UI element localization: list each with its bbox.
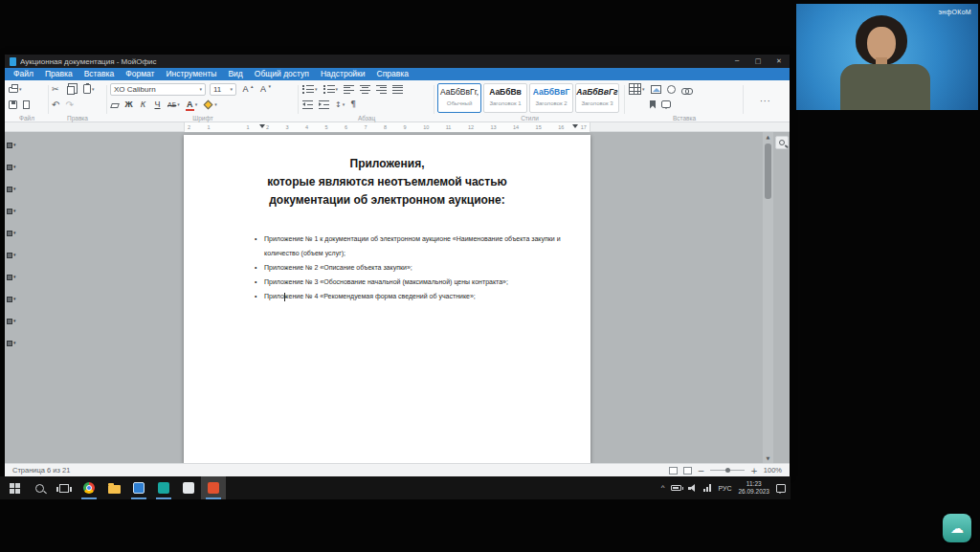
insert-image-button[interactable] <box>650 83 662 96</box>
close-button[interactable]: ✕ <box>770 55 788 68</box>
doc-bullet-list: Приложение № 1 к документации об электро… <box>254 232 564 303</box>
start-button[interactable] <box>2 476 27 499</box>
export-button[interactable] <box>22 99 31 111</box>
redo-button[interactable]: ↷ <box>64 99 74 111</box>
insert-shape-button[interactable] <box>666 83 677 96</box>
scroll-up-button[interactable]: ▲ <box>763 132 773 142</box>
font-size-decrease-button[interactable]: А▾ <box>258 83 273 96</box>
ruler-indent-marker[interactable] <box>259 124 265 128</box>
align-justify-button[interactable] <box>391 83 404 96</box>
side-tool-button[interactable]: ▾ <box>7 332 19 354</box>
show-formatting-marks-button[interactable]: ¶ <box>349 99 357 111</box>
side-tool-button[interactable]: ▾ <box>7 200 19 222</box>
cloud-app-button[interactable]: ☁ <box>943 514 971 542</box>
font-color-button[interactable]: А▾ <box>185 99 199 111</box>
side-tool-button[interactable]: ▾ <box>7 222 19 244</box>
style-heading-3[interactable]: АаБбВвГгЗаголовок 3 <box>575 83 619 113</box>
scroll-down-button[interactable]: ▼ <box>763 453 773 463</box>
vertical-scrollbar[interactable]: ▲ ▼ <box>763 132 773 463</box>
taskbar-app-blue-button[interactable] <box>126 476 151 499</box>
font-size-increase-button[interactable]: А▴ <box>240 83 255 96</box>
language-indicator[interactable]: РУС <box>718 485 731 492</box>
side-tool-button[interactable]: ▾ <box>7 310 19 332</box>
taskbar-app-teal-button[interactable] <box>151 476 176 499</box>
zoom-out-button[interactable]: − <box>698 466 705 475</box>
zoom-slider-thumb[interactable] <box>725 468 730 473</box>
outdent-button[interactable] <box>301 99 314 111</box>
line-spacing-button[interactable]: ↕▾ <box>334 99 345 111</box>
fit-width-button[interactable] <box>683 467 692 475</box>
tray-expand-button[interactable]: ^ <box>661 484 665 492</box>
indent-button[interactable] <box>318 99 330 111</box>
menu-item-format[interactable]: Формат <box>120 68 160 80</box>
side-tool-button[interactable]: ▾ <box>7 266 19 288</box>
numbered-list-button[interactable]: ▾ <box>323 83 340 96</box>
ruler-indent-marker[interactable] <box>572 124 578 128</box>
zoom-in-button[interactable]: + <box>750 466 758 475</box>
style-heading-1[interactable]: АаБбВвЗаголовок 1 <box>483 83 527 113</box>
notification-center-button[interactable] <box>776 484 786 493</box>
font-family-select[interactable]: XO Caliburn▾ <box>110 83 206 96</box>
taskbar-search-button[interactable] <box>27 476 52 499</box>
task-view-button[interactable] <box>52 476 77 499</box>
zoom-slider[interactable] <box>710 470 745 471</box>
taskbar-app-red-button[interactable] <box>201 476 226 499</box>
document-search-button[interactable] <box>775 136 789 149</box>
font-size-select[interactable]: 11▾ <box>210 83 236 96</box>
copy-button[interactable]: ▾ <box>64 83 79 96</box>
tool-icon <box>7 143 12 148</box>
menu-item-insert[interactable]: Вставка <box>78 68 121 80</box>
insert-comment-button[interactable] <box>660 99 672 111</box>
italic-button[interactable]: К <box>138 99 148 111</box>
menu-item-tools[interactable]: Инструменты <box>160 68 222 80</box>
side-tool-button[interactable]: ▾ <box>7 134 19 156</box>
bullet-list-button[interactable]: ▾ <box>301 83 319 96</box>
more-tools-button[interactable]: ··· <box>759 95 772 107</box>
insert-link-button[interactable] <box>680 83 692 96</box>
side-tool-button[interactable]: ▾ <box>7 178 19 200</box>
volume-icon[interactable] <box>688 484 697 493</box>
strikethrough-button[interactable]: АБ▾ <box>167 99 181 111</box>
document-page[interactable]: Приложения, которые являются неотъемлемо… <box>184 135 590 463</box>
style-heading-2[interactable]: АаБбВвГЗаголовок 2 <box>529 83 573 113</box>
taskbar-chrome-button[interactable] <box>77 476 101 499</box>
underline-button[interactable]: Ч <box>152 99 163 111</box>
maximize-button[interactable]: □ <box>749 55 767 68</box>
paste-button[interactable]: ▾ <box>82 83 96 96</box>
menu-item-help[interactable]: Справка <box>371 68 414 80</box>
bold-button[interactable]: Ж <box>123 99 134 111</box>
taskbar-app-light-button[interactable] <box>176 476 201 499</box>
insert-bookmark-button[interactable] <box>649 99 657 111</box>
style-normal[interactable]: АаБбВвГг,Обычный <box>437 83 481 113</box>
menu-item-share[interactable]: Общий доступ <box>249 68 315 80</box>
align-center-button[interactable] <box>359 83 371 96</box>
font-size-value: 11 <box>213 85 221 94</box>
clear-format-button[interactable] <box>110 99 120 111</box>
menu-item-file[interactable]: Файл <box>8 68 39 80</box>
tool-icon <box>7 253 12 258</box>
network-icon[interactable] <box>703 484 711 492</box>
battery-icon[interactable] <box>671 485 681 491</box>
print-button[interactable]: ▾ <box>8 83 23 96</box>
fit-page-button[interactable] <box>669 467 678 475</box>
menu-item-view[interactable]: Вид <box>222 68 248 80</box>
cut-button[interactable]: ✂ <box>51 83 60 96</box>
chevron-down-icon: ▾ <box>13 209 16 213</box>
menu-item-addons[interactable]: Надстройки <box>315 68 371 80</box>
minimize-button[interactable]: ─ <box>728 55 746 68</box>
save-button[interactable] <box>8 99 18 111</box>
clock[interactable]: 11:23 26.09.2023 <box>738 480 769 496</box>
side-tool-button[interactable]: ▾ <box>7 288 19 310</box>
save-icon <box>9 100 17 109</box>
align-right-button[interactable] <box>375 83 388 96</box>
scrollbar-thumb[interactable] <box>765 144 771 199</box>
undo-button[interactable]: ↶ <box>51 99 60 111</box>
windows-taskbar: ^ РУС 11:23 26.09.2023 <box>0 476 791 499</box>
menu-item-edit[interactable]: Правка <box>39 68 78 80</box>
side-tool-button[interactable]: ▾ <box>7 156 19 178</box>
highlight-color-button[interactable]: ▾ <box>202 99 218 111</box>
align-left-button[interactable] <box>343 83 355 96</box>
side-tool-button[interactable]: ▾ <box>7 244 19 266</box>
taskbar-explorer-button[interactable] <box>101 476 126 499</box>
insert-table-button[interactable]: ▾ <box>628 83 646 96</box>
